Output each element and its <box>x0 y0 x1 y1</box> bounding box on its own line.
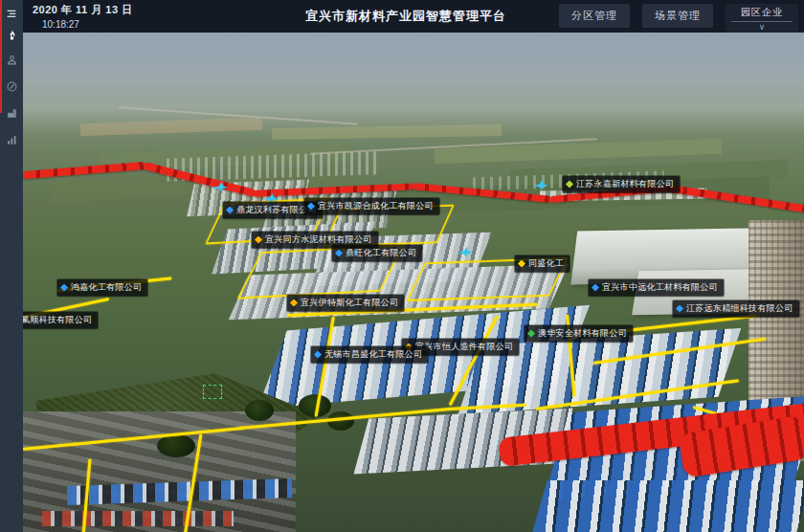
alarm-flame-icon[interactable] <box>0 25 23 44</box>
date-text: 2020 年 11 月 13 日 <box>33 3 133 17</box>
company-name: 鸿嘉化工有限公司 <box>71 281 142 294</box>
company-label[interactable]: 氟顺科技有限公司 <box>23 312 98 328</box>
company-label[interactable]: 鼎旺化工有限公司 <box>332 245 422 261</box>
time-text: 10:18:27 <box>42 19 133 30</box>
dropdown-label: 园区企业 <box>731 6 793 22</box>
company-label[interactable]: 江苏永嘉新材料有限公司 <box>563 176 680 192</box>
blue-roof-cluster <box>532 480 804 532</box>
container-row <box>42 511 234 526</box>
company-label[interactable]: 宜兴市中远化工材料有限公司 <box>589 279 724 296</box>
company-name: 宜兴市恒人造件有限公司 <box>415 341 513 353</box>
company-label[interactable]: 同盛化工 <box>515 255 570 272</box>
company-label[interactable]: 鸿嘉化工有限公司 <box>57 279 147 296</box>
menu-icon[interactable] <box>0 4 23 23</box>
enterprise-icon[interactable] <box>0 103 23 122</box>
user-icon[interactable] <box>0 50 23 69</box>
company-logo-icon <box>307 203 315 211</box>
app-root: 2020 年 11 月 13 日 10:18:27 宜兴市新材料产业园智慧管理平… <box>0 0 804 532</box>
chevron-down-icon: ∨ <box>731 22 793 32</box>
page-title: 宜兴市新材料产业园智慧管理平台 <box>272 0 540 33</box>
company-name: 鼎旺化工有限公司 <box>346 247 416 259</box>
company-label[interactable]: 无锡市昌盛化工有限公司 <box>311 346 428 363</box>
company-logo-icon <box>592 284 599 292</box>
tree <box>245 400 274 421</box>
company-name: 澳华安全材料有限公司 <box>538 327 627 340</box>
company-name: 宜兴市中远化工材料有限公司 <box>602 281 718 294</box>
company-label[interactable]: 宜兴伊特斯化工有限公司 <box>287 295 404 311</box>
tree <box>157 434 195 457</box>
company-name: 氟顺科技有限公司 <box>23 314 92 326</box>
datetime: 2020 年 11 月 13 日 10:18:27 <box>33 3 133 30</box>
company-label[interactable]: 江苏远东精细科技有限公司 <box>673 300 799 317</box>
company-label[interactable]: 澳华安全材料有限公司 <box>525 325 633 342</box>
company-name: 同盛化工 <box>528 257 564 270</box>
map-viewport[interactable]: 鼎龙汉利苏有限公司 宜兴市凯源合成化工有限公司 宜兴同方水泥材料有限公司 鼎旺化… <box>23 33 804 532</box>
zone-manage-button[interactable]: 分区管理 <box>559 4 630 28</box>
scene-manage-button[interactable]: 场景管理 <box>642 4 713 28</box>
park-enterprise-dropdown[interactable]: 园区企业 ∨ <box>726 4 798 33</box>
company-logo-icon <box>290 299 298 307</box>
company-logo-icon <box>518 260 525 268</box>
selection-box <box>203 385 222 399</box>
company-logo-icon <box>335 250 343 257</box>
gauge-icon[interactable] <box>0 77 23 96</box>
company-logo-icon <box>566 181 573 188</box>
company-name: 宜兴市凯源合成化工有限公司 <box>318 200 434 212</box>
company-logo-icon <box>314 351 322 359</box>
company-logo-icon <box>527 330 535 338</box>
sidebar <box>0 0 23 532</box>
company-name: 江苏远东精细科技有限公司 <box>686 302 793 315</box>
company-logo-icon <box>226 207 234 214</box>
company-logo-icon <box>60 284 68 292</box>
top-bar: 2020 年 11 月 13 日 10:18:27 宜兴市新材料产业园智慧管理平… <box>23 0 804 33</box>
topbar-actions: 分区管理 场景管理 园区企业 ∨ <box>559 4 798 33</box>
statistics-icon[interactable] <box>0 130 23 149</box>
company-logo-icon <box>255 236 262 244</box>
company-logo-icon <box>676 305 683 313</box>
company-name: 无锡市昌盛化工有限公司 <box>324 348 422 361</box>
company-name: 江苏永嘉新材料有限公司 <box>576 178 674 190</box>
company-name: 宜兴伊特斯化工有限公司 <box>301 297 398 309</box>
company-label[interactable]: 宜兴市凯源合成化工有限公司 <box>304 198 439 214</box>
horizon-haze <box>23 82 804 136</box>
